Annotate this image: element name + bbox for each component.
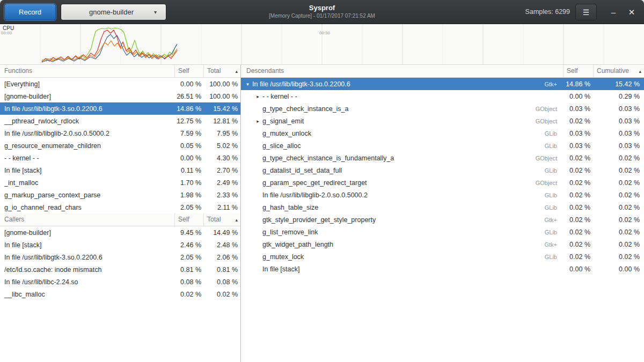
process-selector-dropdown[interactable]: gnome-builder ▾: [61, 4, 166, 20]
tree-row[interactable]: In file /usr/lib/libglib-2.0.so.0.5000.2…: [241, 189, 644, 201]
table-row[interactable]: [gnome-builder]26.51 %100.00 %: [0, 90, 240, 102]
table-row[interactable]: In file /usr/lib/libgtk-3.so.0.2200.614.…: [0, 102, 240, 115]
self-value: 12.75 %: [175, 117, 204, 125]
function-name: /etc/ld.so.cache: inode mismatch: [0, 266, 175, 274]
sysprof-window: Record gnome-builder ▾ Sysprof [Memory C…: [0, 0, 644, 362]
table-row[interactable]: [Everything]0.00 %100.00 %: [0, 78, 240, 90]
total-value: 12.81 %: [204, 117, 240, 125]
sort-ascending-icon: ▴: [639, 65, 641, 77]
tree-row[interactable]: ▸- - kernel - -0.00 %0.29 %: [241, 90, 644, 102]
tree-row[interactable]: g_type_check_instance_is_fundamentally_a…: [241, 152, 644, 164]
left-panel: Functions Self Total ▴ [Everything]0.00 …: [0, 65, 241, 362]
close-button[interactable]: ✕: [625, 6, 639, 19]
expander-closed-icon[interactable]: ▸: [254, 119, 261, 124]
headerbar: Record gnome-builder ▾ Sysprof [Memory C…: [0, 0, 644, 24]
cumulative-value: 0.02 %: [594, 179, 644, 187]
table-row[interactable]: _int_malloc1.70 %2.49 %: [0, 176, 240, 189]
functions-self-column-header[interactable]: Self: [175, 65, 204, 77]
descendants-table-header: Descendants Self Cumulative ▴: [241, 65, 644, 78]
descendant-name: g_hash_table_size: [261, 204, 318, 211]
table-row[interactable]: In file /usr/lib/libc-2.24.so0.08 %0.08 …: [0, 276, 240, 288]
tree-row[interactable]: In file [stack]0.00 %0.00 %: [241, 263, 644, 275]
table-row[interactable]: /etc/ld.so.cache: inode mismatch0.81 %0.…: [0, 263, 240, 276]
table-row[interactable]: In file [stack]0.11 %2.70 %: [0, 164, 240, 176]
descendant-name: g_signal_emit: [261, 117, 304, 125]
total-value: 100.00 %: [204, 80, 240, 88]
tree-row[interactable]: g_mutex_unlockGLib0.03 %0.03 %: [241, 127, 644, 139]
table-row[interactable]: In file [stack]2.46 %2.48 %: [0, 239, 240, 251]
record-button[interactable]: Record: [4, 4, 56, 20]
descendants-tree: ▾In file /usr/lib/libgtk-3.so.0.2200.6Gt…: [241, 78, 644, 275]
self-value: 2.05 %: [175, 204, 204, 211]
minimize-button[interactable]: –: [606, 6, 620, 19]
descendants-panel: Descendants Self Cumulative ▴ ▾In file /…: [241, 65, 644, 362]
menu-button[interactable]: ☰: [575, 4, 597, 20]
table-row[interactable]: g_markup_parse_context_parse1.98 %2.33 %: [0, 189, 240, 201]
descendant-name: g_param_spec_get_redirect_target: [261, 179, 367, 187]
self-value: 0.02 %: [564, 167, 594, 174]
callers-column-header[interactable]: Callers: [0, 213, 175, 226]
descendant-name: g_mutex_unlock: [261, 130, 311, 137]
self-value: 0.00 %: [564, 93, 594, 100]
table-row[interactable]: In file /usr/lib/libgtk-3.so.0.2200.62.0…: [0, 251, 240, 263]
self-value: 0.02 %: [564, 191, 594, 199]
window-subtitle: [Memory Capture] - 01/17/2017 07:21:52 A…: [209, 12, 435, 19]
cumulative-value: 0.03 %: [594, 142, 644, 150]
descendants-cumulative-column-header[interactable]: Cumulative ▴: [594, 65, 644, 77]
descendant-name: g_list_remove_link: [261, 228, 318, 236]
functions-table: [Everything]0.00 %100.00 %[gnome-builder…: [0, 78, 240, 213]
tree-row[interactable]: ▸g_signal_emitGObject0.02 %0.03 %: [241, 115, 644, 127]
tree-row[interactable]: g_datalist_id_set_data_fullGLib0.02 %0.0…: [241, 164, 644, 176]
self-value: 0.02 %: [564, 179, 594, 187]
library-tag: GObject: [367, 180, 564, 186]
callers-total-column-header[interactable]: Total ▴: [204, 213, 240, 226]
expander-closed-icon[interactable]: ▸: [254, 94, 261, 99]
table-row[interactable]: g_io_channel_read_chars2.05 %2.11 %: [0, 201, 240, 213]
table-row[interactable]: __pthread_rwlock_rdlock12.75 %12.81 %: [0, 115, 240, 127]
self-value: 0.05 %: [175, 142, 204, 150]
hamburger-icon: ☰: [583, 8, 590, 17]
total-value: 2.11 %: [204, 204, 240, 211]
functions-column-header[interactable]: Functions: [0, 65, 175, 77]
functions-total-column-header[interactable]: Total ▴: [204, 65, 240, 77]
cumulative-value: 0.02 %: [594, 216, 644, 224]
table-row[interactable]: __libc_malloc0.02 %0.02 %: [0, 288, 240, 300]
library-tag: GLib: [304, 254, 564, 260]
total-value: 2.49 %: [204, 179, 240, 187]
descendant-name: g_mutex_lock: [261, 253, 304, 261]
cumulative-value: 0.02 %: [594, 154, 644, 162]
library-tag: GObject: [304, 118, 564, 124]
table-row[interactable]: g_resource_enumerate_children0.05 %5.02 …: [0, 139, 240, 152]
tree-row[interactable]: g_hash_table_sizeGLib0.02 %0.02 %: [241, 201, 644, 213]
cumulative-value: 0.02 %: [594, 167, 644, 174]
total-value: 4.30 %: [204, 154, 240, 162]
tree-row[interactable]: g_type_check_instance_is_aGObject0.03 %0…: [241, 102, 644, 115]
tree-row[interactable]: ▾In file /usr/lib/libgtk-3.so.0.2200.6Gt…: [241, 78, 644, 90]
cumulative-value: 0.02 %: [594, 228, 644, 236]
descendant-name: g_slice_alloc: [261, 142, 301, 150]
tree-row[interactable]: g_mutex_lockGLib0.02 %0.02 %: [241, 250, 644, 263]
descendants-column-header[interactable]: Descendants: [241, 65, 564, 77]
library-tag: GLib: [368, 192, 564, 198]
table-row[interactable]: [gnome-builder]9.45 %14.49 %: [0, 226, 240, 239]
tree-row[interactable]: gtk_widget_path_lengthGtk+0.02 %0.02 %: [241, 238, 644, 250]
expander-open-icon[interactable]: ▾: [244, 82, 251, 87]
descendant-name: In file [stack]: [261, 265, 299, 273]
total-value: 2.70 %: [204, 167, 240, 174]
cumulative-value: 0.03 %: [594, 130, 644, 137]
total-value: 14.49 %: [204, 229, 240, 237]
library-tag: GLib: [318, 229, 564, 235]
table-row[interactable]: - - kernel - -0.00 %4.30 %: [0, 152, 240, 164]
callers-self-column-header[interactable]: Self: [175, 213, 204, 226]
table-row[interactable]: In file /usr/lib/libglib-2.0.so.0.5000.2…: [0, 127, 240, 139]
tree-row[interactable]: g_param_spec_get_redirect_targetGObject0…: [241, 176, 644, 189]
descendants-self-column-header[interactable]: Self: [564, 65, 594, 77]
cpu-graph-area[interactable]: CPU 00:00 00:30: [0, 24, 644, 65]
tree-row[interactable]: g_list_remove_linkGLib0.02 %0.02 %: [241, 226, 644, 238]
self-value: 0.08 %: [175, 278, 204, 286]
tree-row[interactable]: g_slice_allocGLib0.03 %0.03 %: [241, 139, 644, 152]
self-value: 0.81 %: [175, 266, 204, 274]
function-name: g_io_channel_read_chars: [0, 204, 175, 211]
self-value: 0.02 %: [175, 291, 204, 298]
tree-row[interactable]: gtk_style_provider_get_style_propertyGtk…: [241, 213, 644, 226]
